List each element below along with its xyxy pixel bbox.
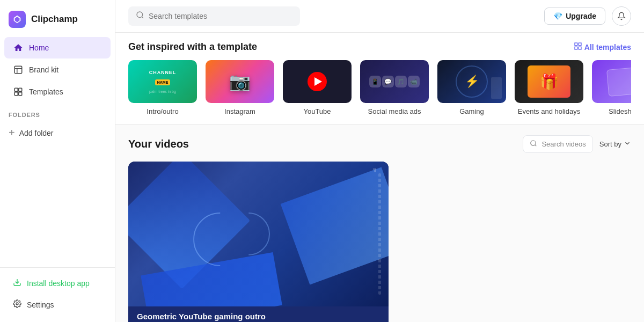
svg-rect-2 xyxy=(19,88,22,91)
svg-line-14 xyxy=(535,145,537,147)
upgrade-button[interactable]: 💎 Upgrade xyxy=(544,8,605,25)
templates-carousel: CHANNEL NAME palm trees in bg Intro/outr… xyxy=(128,60,631,115)
brand-icon xyxy=(13,64,24,75)
template-thumb-gaming: ⚡ xyxy=(437,60,506,103)
svg-rect-4 xyxy=(19,92,22,96)
template-card-youtube[interactable]: YouTube xyxy=(283,60,352,115)
template-thumb-social: 📱 💬 🎵 📹 xyxy=(360,60,429,103)
sidebar-bottom: Install desktop app Settings xyxy=(0,267,115,316)
diamond-icon: 💎 xyxy=(553,12,562,20)
svg-point-6 xyxy=(16,303,18,305)
template-label-intro-outro: Intro/outro xyxy=(147,107,178,115)
main-content: 💎 Upgrade Get inspired with a template A… xyxy=(115,0,644,322)
search-videos-placeholder: Search videos xyxy=(541,140,586,148)
topbar: 💎 Upgrade xyxy=(115,0,644,33)
grid-icon xyxy=(574,42,582,52)
settings-label: Settings xyxy=(27,301,54,309)
add-folder-button[interactable]: + Add folder xyxy=(0,122,115,143)
templates-section: Get inspired with a template All templat… xyxy=(115,33,644,125)
sidebar-item-home[interactable]: Home xyxy=(4,37,111,58)
template-card-intro-outro[interactable]: CHANNEL NAME palm trees in bg Intro/outr… xyxy=(128,60,197,115)
template-label-events-holidays: Events and holidays xyxy=(518,107,580,115)
template-label-slideshows: Slideshows xyxy=(609,107,631,115)
search-box[interactable] xyxy=(128,6,300,26)
app-name: Clipchamp xyxy=(31,14,78,25)
template-thumb-youtube xyxy=(283,60,352,103)
template-thumb-intro: CHANNEL NAME palm trees in bg xyxy=(128,60,197,103)
home-icon xyxy=(13,42,24,53)
notifications-button[interactable] xyxy=(612,6,631,26)
gear-icon xyxy=(13,299,21,310)
corner-mark: ╗ xyxy=(373,166,377,172)
video-info: Geometric YouTube gaming outro Last edit… xyxy=(128,306,389,322)
chevron-down-icon xyxy=(624,140,631,149)
brand-kit-label: Brand kit xyxy=(29,65,58,74)
download-icon xyxy=(13,278,21,288)
search-templates-input[interactable] xyxy=(149,12,292,20)
template-card-gaming[interactable]: ⚡ Gaming xyxy=(437,60,506,115)
video-title: Geometric YouTube gaming outro xyxy=(137,312,380,321)
settings-button[interactable]: Settings xyxy=(4,294,111,315)
svg-rect-11 xyxy=(575,47,577,49)
svg-rect-1 xyxy=(14,88,18,91)
svg-rect-12 xyxy=(579,47,581,49)
template-label-instagram: Instagram xyxy=(224,107,255,115)
all-templates-label: All templates xyxy=(584,43,631,52)
svg-rect-9 xyxy=(575,43,577,46)
videos-section: Your videos Search videos Sort by xyxy=(115,125,644,322)
video-thumbnail: ╗ xyxy=(128,162,389,306)
sort-by-label: Sort by xyxy=(599,140,621,148)
videos-header: Your videos Search videos Sort by xyxy=(128,135,631,153)
sort-by-button[interactable]: Sort by xyxy=(599,140,631,149)
sidebar-item-brand-kit[interactable]: Brand kit xyxy=(4,59,111,80)
home-label: Home xyxy=(29,43,49,52)
video-progress-marks xyxy=(378,173,381,295)
svg-line-8 xyxy=(142,17,143,18)
template-thumb-instagram: 📷 xyxy=(206,60,274,103)
template-card-slideshows[interactable]: › Slideshows xyxy=(592,60,631,115)
video-card-1[interactable]: ╗ Geometric YouTube gaming outro Last ed… xyxy=(128,162,389,322)
templates-section-title: Get inspired with a template xyxy=(128,41,257,53)
all-templates-link[interactable]: All templates xyxy=(574,42,631,52)
template-thumb-slideshows: › xyxy=(592,60,631,103)
app-logo-icon xyxy=(9,11,26,28)
videos-section-title: Your videos xyxy=(128,138,189,150)
search-videos-icon xyxy=(530,140,537,149)
template-thumb-events: 🎁 xyxy=(515,60,583,103)
svg-rect-3 xyxy=(14,92,18,96)
template-label-youtube: YouTube xyxy=(303,107,331,115)
template-label-gaming: Gaming xyxy=(459,107,484,115)
folders-section: FOLDERS xyxy=(0,103,115,122)
video-thumb-content: ╗ xyxy=(128,162,389,306)
logo-area: Clipchamp xyxy=(0,6,115,36)
add-folder-label: Add folder xyxy=(19,129,54,137)
template-card-instagram[interactable]: 📷 Instagram xyxy=(206,60,274,115)
svg-rect-10 xyxy=(579,43,581,46)
geo-shape-2 xyxy=(281,167,389,285)
upgrade-label: Upgrade xyxy=(566,12,596,20)
template-card-events-holidays[interactable]: 🎁 Events and holidays xyxy=(515,60,583,115)
search-videos-button[interactable]: Search videos xyxy=(523,135,592,153)
template-label-social-media-ads: Social media ads xyxy=(368,107,421,115)
sidebar-item-templates[interactable]: Templates xyxy=(4,81,111,103)
svg-point-7 xyxy=(137,12,143,18)
templates-header: Get inspired with a template All templat… xyxy=(128,41,631,53)
svg-rect-0 xyxy=(14,66,22,74)
templates-icon xyxy=(13,86,24,97)
videos-controls: Search videos Sort by xyxy=(523,135,631,153)
install-app-label: Install desktop app xyxy=(27,279,90,288)
folders-label: FOLDERS xyxy=(9,112,40,118)
install-app-button[interactable]: Install desktop app xyxy=(4,273,111,294)
template-card-social-media-ads[interactable]: 📱 💬 🎵 📹 Social media ads xyxy=(360,60,429,115)
sidebar: Clipchamp Home Brand kit Templates FOLDE… xyxy=(0,0,115,322)
svg-point-13 xyxy=(531,141,536,145)
topbar-right: 💎 Upgrade xyxy=(544,6,631,26)
templates-label: Templates xyxy=(29,87,63,96)
sidebar-nav: Home Brand kit Templates xyxy=(0,36,115,103)
search-icon xyxy=(136,11,144,21)
